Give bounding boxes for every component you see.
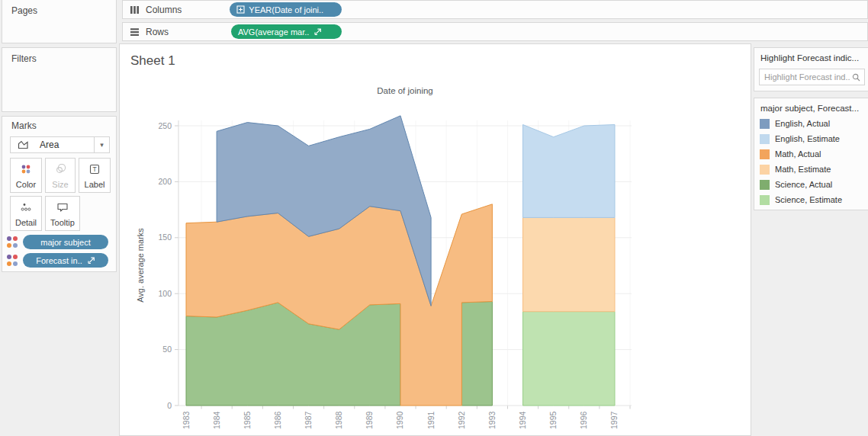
filters-label: Filters (2, 48, 116, 64)
svg-text:1992: 1992 (457, 411, 466, 429)
detail-button[interactable]: Detail (10, 196, 42, 231)
svg-text:1991: 1991 (426, 411, 436, 429)
svg-text:1996: 1996 (579, 411, 588, 429)
rows-shelf[interactable]: Rows AVG(average mar.. (122, 22, 868, 41)
sheet-title: Sheet 1 (130, 53, 175, 69)
marks-card: Marks Area ▾ Color (2, 116, 117, 272)
rows-pill-label: AVG(average mar.. (238, 27, 309, 37)
search-icon[interactable] (852, 73, 860, 82)
color-button-label: Color (16, 180, 36, 189)
pages-label: Pages (2, 0, 116, 16)
tooltip-icon (56, 202, 69, 216)
legend-item-science-actual[interactable]: Science, Actual (754, 177, 868, 192)
marks-pill-row: major subject (7, 235, 108, 249)
size-icon (55, 164, 66, 178)
svg-text:Date of joining: Date of joining (377, 86, 433, 95)
legend-swatch (760, 134, 770, 144)
svg-text:100: 100 (158, 289, 172, 298)
forecast-icon (87, 256, 95, 264)
svg-text:1988: 1988 (334, 411, 343, 429)
legend-item-label: Science, Estimate (775, 195, 842, 204)
legend-item-label: English, Estimate (775, 134, 840, 143)
area-chart[interactable]: 050100150200250Date of joiningAvg. avera… (120, 44, 751, 435)
svg-text:Avg. average marks: Avg. average marks (136, 228, 145, 303)
legend-swatch (760, 149, 770, 159)
legend-swatch (760, 195, 770, 205)
highlight-search-input[interactable] (760, 72, 850, 82)
svg-text:0: 0 (167, 401, 172, 410)
highlight-search-box (759, 69, 865, 85)
legend-item-label: Science, Actual (775, 180, 832, 189)
detail-icon (21, 202, 32, 216)
svg-text:200: 200 (158, 177, 172, 186)
legend-card-title: major subject, Forecast... (754, 98, 868, 116)
pill-major-subject-label: major subject (40, 238, 90, 247)
highlight-forecast-card: Highlight Forecast indic... (754, 47, 868, 91)
legend-item-science-estimate[interactable]: Science, Estimate (754, 192, 868, 207)
columns-pill-year-date-of-joining[interactable]: YEAR(Date of joini.. (230, 2, 342, 17)
svg-text:150: 150 (158, 232, 172, 242)
legend-item-math-estimate[interactable]: Math, Estimate (754, 162, 868, 177)
highlight-card-title: Highlight Forecast indic... (754, 48, 868, 66)
marks-label: Marks (2, 117, 116, 131)
svg-text:1990: 1990 (395, 411, 404, 429)
legend-swatch (760, 119, 770, 129)
svg-text:1994: 1994 (518, 411, 527, 429)
color-legend-icon (7, 236, 18, 248)
detail-button-label: Detail (15, 218, 37, 227)
svg-text:1983: 1983 (182, 411, 191, 429)
svg-text:50: 50 (162, 345, 172, 354)
pages-shelf[interactable]: Pages (2, 0, 117, 43)
legend-item-label: Math, Actual (775, 149, 821, 159)
label-button-label: Label (85, 180, 105, 189)
legend-item-english-actual[interactable]: English, Actual (754, 116, 868, 131)
svg-text:1987: 1987 (304, 411, 313, 429)
chevron-down-icon[interactable]: ▾ (94, 137, 109, 152)
svg-text:T: T (92, 165, 96, 173)
filters-shelf[interactable]: Filters (2, 47, 117, 112)
svg-text:1995: 1995 (548, 411, 558, 429)
area-mark-icon (18, 140, 29, 149)
legend-item-label: Math, Estimate (775, 165, 831, 174)
svg-text:1986: 1986 (273, 411, 282, 429)
pill-major-subject[interactable]: major subject (23, 235, 108, 249)
color-legend-icon (7, 255, 18, 266)
legend-item-math-actual[interactable]: Math, Actual (754, 146, 868, 162)
legend-item-english-estimate[interactable]: English, Estimate (754, 131, 868, 146)
svg-text:1997: 1997 (609, 411, 619, 429)
columns-shelf-label: Columns (146, 5, 182, 15)
pill-forecast-indicator-label: Forecast in.. (36, 256, 82, 265)
rows-icon (130, 27, 140, 37)
size-button[interactable]: Size (45, 158, 76, 193)
svg-text:250: 250 (158, 121, 172, 130)
label-icon: T (89, 164, 100, 178)
color-icon (21, 164, 31, 178)
rows-pill-avg-average-marks[interactable]: AVG(average mar.. (231, 24, 342, 39)
label-button[interactable]: T Label (79, 158, 111, 193)
columns-pill-label: YEAR(Date of joini.. (249, 5, 323, 14)
color-legend-card: major subject, Forecast... English, Actu… (754, 98, 868, 210)
expand-plus-icon (236, 5, 245, 14)
legend-swatch (760, 180, 770, 190)
pill-forecast-indicator[interactable]: Forecast in.. (23, 253, 108, 268)
svg-text:1989: 1989 (365, 411, 374, 429)
forecast-icon (313, 27, 322, 36)
svg-text:1993: 1993 (487, 411, 497, 429)
columns-shelf[interactable]: Columns YEAR(Date of joini.. (122, 0, 868, 19)
worksheet-view: Sheet 1 050100150200250Date of joiningAv… (119, 43, 751, 436)
mark-type-value: Area (40, 139, 59, 150)
svg-text:1985: 1985 (243, 411, 252, 429)
tooltip-button[interactable]: Tooltip (45, 196, 80, 231)
size-button-label: Size (52, 180, 68, 189)
rows-shelf-label: Rows (146, 27, 169, 37)
legend-item-label: English, Actual (775, 119, 830, 128)
color-button[interactable]: Color (10, 158, 42, 193)
legend-swatch (760, 165, 770, 175)
mark-type-dropdown[interactable]: Area ▾ (10, 136, 110, 153)
svg-text:1984: 1984 (212, 411, 221, 429)
columns-icon (130, 5, 140, 14)
tooltip-button-label: Tooltip (50, 218, 75, 227)
tableau-window: Pages Filters Marks Area ▾ Color (0, 0, 868, 436)
marks-pill-row: Forecast in.. (7, 253, 108, 268)
